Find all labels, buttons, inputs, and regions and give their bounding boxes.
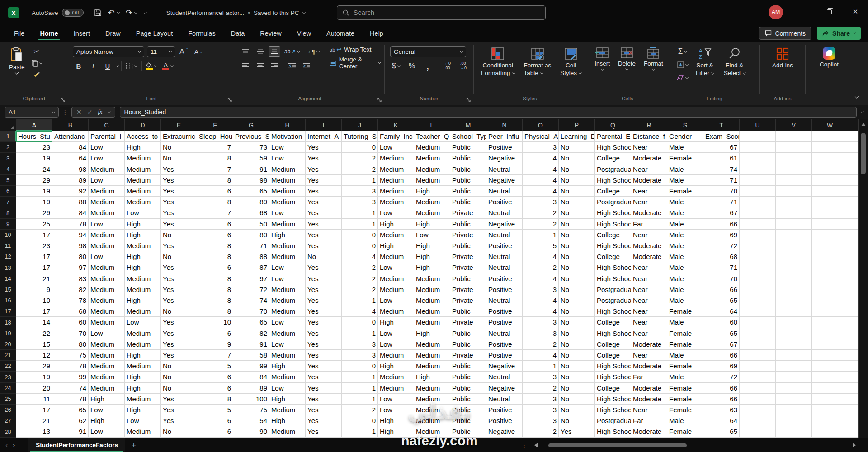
cell[interactable] [740, 339, 776, 350]
cell[interactable]: 89 [233, 197, 269, 207]
cell[interactable] [848, 383, 858, 394]
cell[interactable]: 89 [52, 175, 89, 186]
cell[interactable]: Public [450, 328, 486, 339]
cell[interactable] [740, 219, 776, 230]
cell[interactable]: Male [667, 175, 703, 186]
cell[interactable]: Moderate [631, 207, 667, 218]
cell[interactable]: Near [631, 273, 667, 284]
cell[interactable]: Low [269, 153, 306, 164]
tab-automate[interactable]: Automate [321, 27, 360, 40]
cell[interactable]: Learning_D [559, 131, 595, 142]
delete-cells-button[interactable]: Delete [614, 45, 639, 72]
cell[interactable]: 8 [197, 273, 233, 284]
cell[interactable]: 9 [16, 284, 52, 295]
cell[interactable] [812, 153, 848, 164]
cell[interactable]: 67 [703, 142, 740, 153]
cell[interactable]: Medium [125, 186, 161, 197]
column-header-H[interactable]: H [269, 119, 306, 131]
cell[interactable]: Female [667, 394, 703, 405]
cell[interactable] [848, 219, 858, 230]
column-header-M[interactable]: M [450, 119, 486, 131]
cell[interactable]: Public [450, 372, 486, 382]
cell[interactable]: 6 [197, 262, 233, 273]
cell[interactable]: 3 [342, 350, 378, 361]
cell[interactable]: Postgradua [595, 197, 631, 207]
cell[interactable]: 75 [52, 350, 89, 361]
cell[interactable]: 2 [523, 383, 559, 394]
cell[interactable]: Low [89, 219, 125, 230]
cell[interactable]: 66 [703, 284, 740, 295]
cell[interactable]: Public [450, 219, 486, 230]
cell[interactable]: 84 [233, 372, 269, 382]
column-header-I[interactable]: I [306, 119, 342, 131]
cell[interactable] [740, 426, 776, 437]
cell[interactable]: Public [450, 175, 486, 186]
cell[interactable]: Public [450, 394, 486, 405]
cell[interactable]: 2 [523, 219, 559, 230]
cell[interactable]: Neutral [486, 164, 523, 175]
cell[interactable]: Yes [306, 350, 342, 361]
cell[interactable]: Public [450, 142, 486, 153]
sheet-tab[interactable]: StudentPerformanceFactors [28, 438, 125, 452]
cell[interactable] [848, 339, 858, 350]
row-header-23[interactable]: 23 [0, 372, 16, 382]
cell[interactable]: Yes [306, 262, 342, 273]
cell[interactable]: Medium [414, 295, 450, 306]
cell[interactable]: 1 [523, 361, 559, 372]
cell[interactable]: High [378, 415, 414, 426]
cell[interactable]: 65 [52, 405, 89, 415]
cell[interactable]: Attendanc [52, 131, 89, 142]
cell[interactable] [848, 251, 858, 262]
expand-formula-bar-icon[interactable] [861, 110, 864, 113]
cell[interactable]: Moderate [631, 361, 667, 372]
row-header-11[interactable]: 11 [0, 240, 16, 251]
bottom-align-button[interactable] [269, 46, 280, 57]
cell[interactable]: Yes [161, 394, 197, 405]
cell[interactable] [740, 197, 776, 207]
cell[interactable]: High Schoo [595, 328, 631, 339]
cell[interactable]: Male [667, 350, 703, 361]
cell[interactable]: Medium [414, 415, 450, 426]
cell[interactable]: No [559, 251, 595, 262]
cell[interactable]: No [559, 295, 595, 306]
cell[interactable]: Medium [269, 350, 306, 361]
row-header-21[interactable]: 21 [0, 350, 16, 361]
cell[interactable]: College [595, 317, 631, 328]
cell[interactable]: High Schoo [595, 394, 631, 405]
cell[interactable]: No [161, 230, 197, 240]
cell[interactable] [812, 142, 848, 153]
row-header-7[interactable]: 7 [0, 197, 16, 207]
cell[interactable]: Yes [306, 273, 342, 284]
cell[interactable]: 60 [52, 317, 89, 328]
cell[interactable] [812, 339, 848, 350]
cell[interactable]: Positive [486, 284, 523, 295]
cell[interactable]: Private [450, 284, 486, 295]
cell[interactable]: 3 [523, 284, 559, 295]
cell[interactable] [812, 383, 848, 394]
cell[interactable]: 3 [342, 197, 378, 207]
cell[interactable]: Medium [89, 207, 125, 218]
cell[interactable]: Near [631, 142, 667, 153]
cell[interactable]: 17 [16, 262, 52, 273]
increase-decimal-button[interactable]: ←0.00 [442, 61, 453, 71]
cell[interactable]: Medium [378, 350, 414, 361]
tab-data[interactable]: Data [225, 27, 251, 40]
cell[interactable]: 75 [233, 405, 269, 415]
cell[interactable]: College [595, 230, 631, 240]
cell[interactable]: Low [125, 207, 161, 218]
cell[interactable]: Medium [89, 383, 125, 394]
cell[interactable]: Low [89, 153, 125, 164]
increase-font-size-button[interactable]: Aˆ [178, 47, 189, 57]
cell[interactable]: Negative [486, 361, 523, 372]
sheet-options-icon[interactable]: ⋮ [521, 441, 528, 449]
cell[interactable]: Male [667, 295, 703, 306]
row-header-3[interactable]: 3 [0, 153, 16, 164]
cell[interactable]: No [559, 240, 595, 251]
collapse-ribbon-icon[interactable] [855, 94, 859, 98]
column-header-D[interactable]: D [125, 119, 161, 131]
cell[interactable]: No [559, 207, 595, 218]
cell[interactable] [740, 207, 776, 218]
cell[interactable]: 8 [197, 306, 233, 317]
cell[interactable]: Private [450, 350, 486, 361]
decrease-decimal-button[interactable]: .00→0 [458, 61, 469, 71]
